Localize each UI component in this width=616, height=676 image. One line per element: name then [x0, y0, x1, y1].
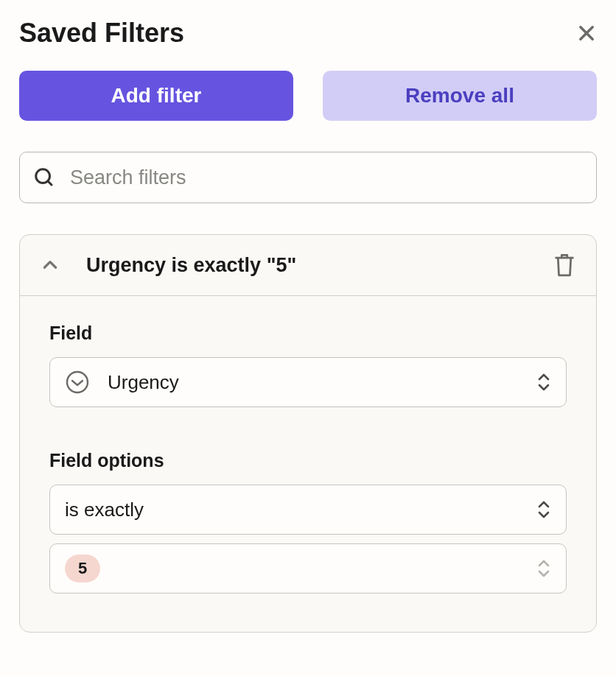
add-filter-button[interactable]: Add filter	[19, 71, 293, 121]
filter-body: Field Urgency Field options is exactly 5	[20, 296, 596, 632]
chevron-down-circle-icon	[65, 370, 90, 395]
svg-line-3	[48, 181, 52, 185]
updown-icon	[536, 558, 551, 579]
field-options-label: Field options	[49, 450, 567, 471]
value-pill: 5	[65, 554, 100, 582]
updown-icon	[536, 499, 551, 520]
field-label: Field	[49, 323, 567, 344]
close-icon[interactable]	[576, 23, 597, 43]
remove-all-button[interactable]: Remove all	[323, 71, 597, 121]
value-select[interactable]: 5	[49, 543, 567, 594]
chevron-up-icon	[41, 256, 60, 275]
svg-point-5	[67, 372, 88, 392]
search-icon	[33, 166, 55, 189]
operator-select[interactable]: is exactly	[49, 485, 567, 535]
search-input[interactable]	[70, 166, 583, 189]
operator-select-value: is exactly	[65, 499, 536, 521]
trash-icon[interactable]	[553, 253, 575, 278]
page-title: Saved Filters	[19, 18, 184, 49]
filter-header[interactable]: Urgency is exactly "5"	[20, 235, 596, 296]
field-select[interactable]: Urgency	[49, 357, 567, 407]
filter-summary: Urgency is exactly "5"	[86, 254, 553, 277]
filter-card: Urgency is exactly "5" Field Urgency Fie…	[19, 234, 597, 633]
updown-icon	[536, 372, 551, 392]
search-container	[19, 152, 597, 203]
field-select-value: Urgency	[108, 371, 536, 394]
